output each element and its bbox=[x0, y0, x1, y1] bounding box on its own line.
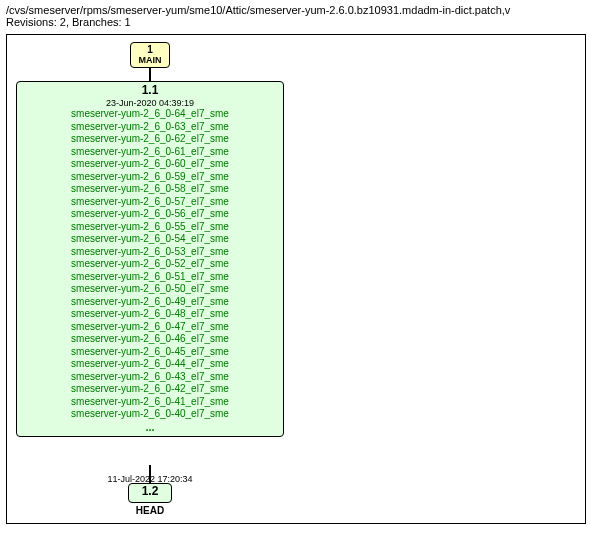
tag: smeserver-yum-2_6_0-40_el7_sme bbox=[21, 408, 279, 421]
branch-name: MAIN bbox=[131, 56, 169, 65]
tag: smeserver-yum-2_6_0-49_el7_sme bbox=[21, 296, 279, 309]
branch-number: 1 bbox=[131, 44, 169, 56]
tag: smeserver-yum-2_6_0-54_el7_sme bbox=[21, 233, 279, 246]
repo-path: /cvs/smeserver/rpms/smeserver-yum/sme10/… bbox=[6, 4, 584, 16]
tag: smeserver-yum-2_6_0-62_el7_sme bbox=[21, 133, 279, 146]
revisions-meta: Revisions: 2, Branches: 1 bbox=[6, 16, 584, 28]
revision-number: 1.2 bbox=[142, 484, 159, 498]
revision-tags: smeserver-yum-2_6_0-64_el7_sme smeserver… bbox=[21, 108, 279, 421]
tag: smeserver-yum-2_6_0-50_el7_sme bbox=[21, 283, 279, 296]
revision-node-1-2[interactable]: 1.2 bbox=[128, 483, 172, 503]
revision-number: 1.1 bbox=[21, 84, 279, 98]
tag: smeserver-yum-2_6_0-47_el7_sme bbox=[21, 321, 279, 334]
tag: smeserver-yum-2_6_0-48_el7_sme bbox=[21, 308, 279, 321]
tag: smeserver-yum-2_6_0-64_el7_sme bbox=[21, 108, 279, 121]
tag: smeserver-yum-2_6_0-58_el7_sme bbox=[21, 183, 279, 196]
revision-date: 23-Jun-2020 04:39:19 bbox=[21, 98, 279, 108]
tag: smeserver-yum-2_6_0-55_el7_sme bbox=[21, 221, 279, 234]
revision-graph: 1 MAIN 1.1 23-Jun-2020 04:39:19 smeserve… bbox=[6, 34, 586, 524]
tag: smeserver-yum-2_6_0-56_el7_sme bbox=[21, 208, 279, 221]
tag: smeserver-yum-2_6_0-46_el7_sme bbox=[21, 333, 279, 346]
tag: smeserver-yum-2_6_0-61_el7_sme bbox=[21, 146, 279, 159]
tag: smeserver-yum-2_6_0-43_el7_sme bbox=[21, 371, 279, 384]
tag: smeserver-yum-2_6_0-41_el7_sme bbox=[21, 396, 279, 409]
tag: smeserver-yum-2_6_0-51_el7_sme bbox=[21, 271, 279, 284]
tag: smeserver-yum-2_6_0-57_el7_sme bbox=[21, 196, 279, 209]
tag: smeserver-yum-2_6_0-52_el7_sme bbox=[21, 258, 279, 271]
tag: smeserver-yum-2_6_0-53_el7_sme bbox=[21, 246, 279, 259]
tag: smeserver-yum-2_6_0-63_el7_sme bbox=[21, 121, 279, 134]
tag: smeserver-yum-2_6_0-59_el7_sme bbox=[21, 171, 279, 184]
revision-node-1-1[interactable]: 1.1 23-Jun-2020 04:39:19 smeserver-yum-2… bbox=[16, 81, 284, 437]
head-label: HEAD bbox=[135, 505, 165, 516]
tag: smeserver-yum-2_6_0-45_el7_sme bbox=[21, 346, 279, 359]
branch-node-main[interactable]: 1 MAIN bbox=[130, 42, 170, 68]
tag: smeserver-yum-2_6_0-44_el7_sme bbox=[21, 358, 279, 371]
tag: smeserver-yum-2_6_0-42_el7_sme bbox=[21, 383, 279, 396]
connector-line bbox=[149, 68, 151, 81]
tag: smeserver-yum-2_6_0-60_el7_sme bbox=[21, 158, 279, 171]
tags-truncated: ... bbox=[21, 421, 279, 434]
